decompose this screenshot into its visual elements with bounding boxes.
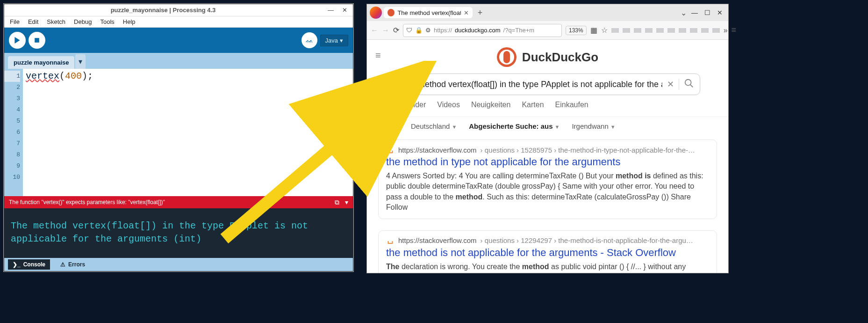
errors-tab[interactable]: ⚠ Errors xyxy=(56,259,90,270)
svg-rect-0 xyxy=(35,38,39,43)
chevron-down-icon: ▾ xyxy=(340,37,343,44)
mode-label: Java xyxy=(325,37,338,44)
search-result: https://stackoverflow.com › questions › … xyxy=(378,230,717,273)
play-icon xyxy=(14,37,21,44)
tab-maps[interactable]: Karten xyxy=(522,101,544,113)
extension-icon[interactable] xyxy=(679,28,686,33)
sketch-tabs: puzzle mayonnaise ▾ xyxy=(4,53,353,69)
terminal-icon: ❯_ xyxy=(13,261,21,268)
menu-edit[interactable]: Edit xyxy=(28,18,38,25)
menu-debug[interactable]: Debug xyxy=(74,18,92,25)
run-button[interactable] xyxy=(9,32,26,49)
extension-icon[interactable] xyxy=(712,28,720,33)
result-snippet: The declaration is wrong. You create the… xyxy=(386,262,709,273)
menu-sketch[interactable]: Sketch xyxy=(47,18,65,25)
region-filter[interactable]: Deutschland▼ xyxy=(411,122,457,130)
browser-tab-strip: The method vertex(float[ ✕ + ⌄ — ☐ ✕ xyxy=(367,4,728,21)
duckduckgo-favicon xyxy=(387,9,395,16)
time-filter[interactable]: Irgendwann▼ xyxy=(572,122,615,130)
search-result: https://stackoverflow.com › questions › … xyxy=(378,139,717,219)
result-url[interactable]: https://stackoverflow.com › questions › … xyxy=(386,146,709,154)
overflow-icon[interactable]: » xyxy=(724,26,728,35)
code-area[interactable]: vertex(400); xyxy=(23,69,353,196)
error-text: The function "vertex()" expects paramete… xyxy=(9,199,165,206)
line-gutter: 1 2 3 4 5 6 7 8 9 10 xyxy=(4,69,23,196)
extension-icon[interactable] xyxy=(623,28,630,33)
hamburger-menu-icon[interactable]: ≡ xyxy=(732,25,737,35)
permissions-icon[interactable]: ⚙ xyxy=(425,27,431,34)
warning-icon: ⚠ xyxy=(60,261,65,268)
maximize-icon[interactable]: ☐ xyxy=(704,9,710,16)
url-bar[interactable]: 🛡 🔒 ⚙ https://duckduckgo.com/?q=The+m xyxy=(403,24,562,37)
duckduckgo-logo-icon[interactable] xyxy=(497,47,516,67)
browser-toolbar: ← → ⟳ 🛡 🔒 ⚙ https://duckduckgo.com/?q=Th… xyxy=(367,21,728,40)
extension-icon[interactable] xyxy=(701,28,709,33)
processing-titlebar: puzzle_mayonnaise | Processing 4.3 — ✕ xyxy=(4,4,353,16)
result-url[interactable]: https://stackoverflow.com › questions › … xyxy=(386,236,709,245)
forward-button[interactable]: → xyxy=(382,25,389,36)
minimize-icon[interactable]: — xyxy=(691,9,698,16)
region-toggle[interactable] xyxy=(382,122,399,130)
code-function: vertex xyxy=(26,71,59,81)
close-tab-icon[interactable]: ✕ xyxy=(464,9,469,16)
svg-point-1 xyxy=(685,79,691,85)
bookmark-star-icon[interactable]: ☆ xyxy=(601,26,608,35)
butterfly-icon: ᨐ xyxy=(306,37,313,44)
url-domain: duckduckgo.com xyxy=(455,27,501,34)
tab-images[interactable]: Bilder xyxy=(407,101,426,113)
result-snippet: 4 Answers Sorted by: 4 You are calling d… xyxy=(386,171,709,213)
shield-icon[interactable]: 🛡 xyxy=(406,27,412,34)
stop-button[interactable] xyxy=(29,32,45,49)
extension-icon[interactable] xyxy=(656,28,664,33)
search-input[interactable] xyxy=(401,80,662,89)
menu-file[interactable]: File xyxy=(10,18,20,25)
processing-window: puzzle_mayonnaise | Processing 4.3 — ✕ F… xyxy=(4,4,353,272)
result-title[interactable]: the method is not applicable for the arg… xyxy=(386,247,709,259)
extension-icon[interactable] xyxy=(634,28,641,33)
firefox-icon[interactable] xyxy=(370,7,382,19)
close-icon[interactable]: ✕ xyxy=(717,9,723,16)
tab-list-icon[interactable]: ⌄ xyxy=(681,8,687,17)
console-line-1: The method vertex(float[]) in the type P… xyxy=(11,220,346,233)
sidebar-menu-icon[interactable]: ≡ xyxy=(375,50,381,61)
bottom-tab-bar: ❯_ Console ⚠ Errors xyxy=(4,258,353,271)
close-icon[interactable]: ✕ xyxy=(342,7,347,14)
collapse-error-icon[interactable]: ▾ xyxy=(345,198,348,206)
tab-shopping[interactable]: Einkaufen xyxy=(555,101,588,113)
console-output: The method vertex(float[]) in the type P… xyxy=(4,208,353,258)
url-path: /?q=The+m xyxy=(503,27,535,34)
minimize-icon[interactable]: — xyxy=(328,7,334,14)
mode-selector[interactable]: Java ▾ xyxy=(320,35,348,46)
lock-icon: 🔒 xyxy=(415,27,423,34)
reload-button[interactable]: ⟳ xyxy=(393,25,399,36)
extension-icon[interactable] xyxy=(611,28,619,33)
tab-videos[interactable]: Videos xyxy=(437,101,460,113)
extension-icon[interactable] xyxy=(667,28,675,33)
copy-error-icon[interactable]: ⧉ xyxy=(335,198,339,206)
tab-dropdown[interactable]: ▾ xyxy=(75,54,86,69)
console-tab[interactable]: ❯_ Console xyxy=(8,259,50,270)
debug-toggle-button[interactable]: ᨐ xyxy=(301,32,317,48)
tab-news[interactable]: Neuigkeiten xyxy=(471,101,511,113)
tab-all[interactable]: Alle xyxy=(382,101,395,113)
browser-window: The method vertex(float[ ✕ + ⌄ — ☐ ✕ ← →… xyxy=(366,4,729,273)
window-title: puzzle_mayonnaise | Processing 4.3 xyxy=(4,7,322,14)
menu-tools[interactable]: Tools xyxy=(100,18,114,25)
extension-icon[interactable] xyxy=(690,28,697,33)
sketch-tab[interactable]: puzzle mayonnaise xyxy=(8,56,74,69)
reader-icon[interactable]: ▦ xyxy=(590,26,597,35)
menu-help[interactable]: Help xyxy=(123,18,136,25)
tab-title: The method vertex(float[ xyxy=(397,9,461,16)
clear-search-icon[interactable]: ✕ xyxy=(667,79,674,89)
new-tab-button[interactable]: + xyxy=(474,7,486,18)
safesearch-filter[interactable]: Abgesicherte Suche: aus▼ xyxy=(469,122,560,130)
stackoverflow-icon xyxy=(386,146,395,154)
console-line-2: applicable for the arguments (int) xyxy=(11,233,346,246)
back-button[interactable]: ← xyxy=(371,25,378,36)
browser-tab[interactable]: The method vertex(float[ ✕ xyxy=(384,7,473,18)
result-title[interactable]: the method in type not applicable for th… xyxy=(386,156,709,168)
extension-icon[interactable] xyxy=(645,28,653,33)
search-icon[interactable] xyxy=(684,78,694,91)
code-editor[interactable]: 1 2 3 4 5 6 7 8 9 10 vertex(400); xyxy=(4,69,353,196)
zoom-indicator[interactable]: 133% xyxy=(566,26,587,35)
